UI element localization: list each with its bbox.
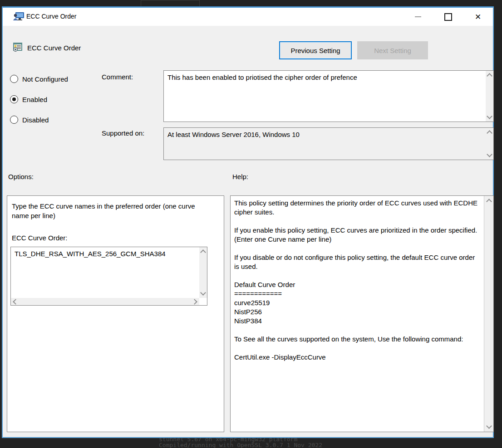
- scroll-up-icon: [487, 130, 492, 136]
- help-text: This policy setting determines the prior…: [231, 196, 484, 432]
- maximize-button[interactable]: [433, 8, 463, 26]
- options-panel: Type the ECC curve names in the preferre…: [7, 195, 224, 432]
- comment-text: This has been enabled to priotised the c…: [164, 71, 485, 122]
- comment-label: Comment:: [102, 73, 133, 81]
- radio-circle: [10, 75, 18, 83]
- scroll-left-icon[interactable]: [13, 299, 19, 305]
- minimize-icon: [415, 16, 421, 17]
- background-window-fragment: [141, 0, 200, 7]
- radio-label: Enabled: [22, 96, 47, 103]
- radio-enabled[interactable]: Enabled: [10, 95, 47, 103]
- next-setting-button[interactable]: Next Setting: [357, 41, 428, 59]
- radio-circle-selected: [10, 95, 18, 103]
- input-horizontal-scrollbar[interactable]: [11, 298, 199, 305]
- supported-scrollbar: [486, 128, 493, 160]
- radio-label: Not Configured: [22, 75, 68, 83]
- scroll-down-icon: [487, 151, 492, 157]
- comment-scrollbar[interactable]: [486, 71, 493, 122]
- window-title: ECC Curve Order: [26, 13, 76, 20]
- scroll-right-icon[interactable]: [192, 299, 197, 305]
- scroll-down-icon[interactable]: [200, 290, 206, 296]
- ecc-curve-order-input[interactable]: TLS_DHE_RSA_WITH_AES_256_GCM_SHA384: [10, 247, 207, 306]
- maximize-icon: [444, 13, 452, 21]
- supported-on-textarea: At least Windows Server 2016, Windows 10: [163, 127, 494, 160]
- policy-dialog: ECC Curve Order ✕ ECC Curve Order Previo…: [2, 6, 494, 438]
- minimize-button[interactable]: [403, 8, 433, 26]
- help-scrollbar[interactable]: [484, 196, 493, 432]
- background-terminal-line: Compiled/running with OpenSSL 3.0.7 1 No…: [159, 442, 322, 448]
- scroll-up-icon[interactable]: [487, 73, 492, 79]
- supported-on-text: At least Windows Server 2016, Windows 10: [164, 128, 485, 160]
- options-label: Options:: [8, 173, 34, 180]
- input-vertical-scrollbar[interactable]: [199, 247, 207, 298]
- radio-disabled[interactable]: Disabled: [10, 116, 49, 124]
- ecc-curve-order-value: TLS_DHE_RSA_WITH_AES_256_GCM_SHA384: [11, 247, 199, 298]
- help-panel: This policy setting determines the prior…: [230, 195, 494, 432]
- previous-setting-button[interactable]: Previous Setting: [279, 41, 352, 59]
- close-button[interactable]: ✕: [463, 8, 493, 26]
- comment-textarea[interactable]: This has been enabled to priotised the c…: [163, 70, 494, 122]
- policy-name: ECC Curve Order: [27, 44, 81, 52]
- group-policy-computer-icon: [13, 12, 25, 22]
- radio-label: Disabled: [22, 116, 49, 124]
- scroll-up-icon[interactable]: [200, 249, 206, 255]
- scroll-up-icon[interactable]: [486, 199, 492, 205]
- options-instruction: Type the ECC curve names in the preferre…: [12, 201, 202, 220]
- policy-setting-icon: [13, 42, 23, 52]
- scroll-down-icon[interactable]: [487, 113, 492, 119]
- title-bar: ECC Curve Order ✕: [3, 8, 493, 26]
- scroll-down-icon[interactable]: [486, 423, 492, 429]
- radio-not-configured[interactable]: Not Configured: [10, 75, 68, 83]
- radio-circle: [10, 116, 18, 124]
- ecc-curve-order-label: ECC Curve Order:: [12, 234, 68, 242]
- close-icon: ✕: [475, 13, 481, 21]
- supported-on-label: Supported on:: [102, 129, 144, 137]
- help-label: Help:: [232, 173, 248, 180]
